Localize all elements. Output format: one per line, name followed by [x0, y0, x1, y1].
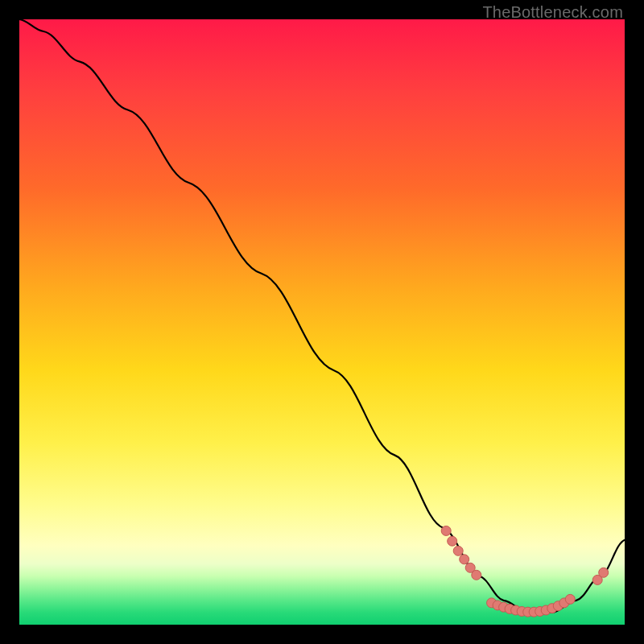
scatter-dot [448, 536, 457, 546]
scatter-dot [565, 594, 575, 604]
scatter-dot [460, 555, 469, 564]
plot-area [19, 19, 625, 625]
scatter-dot [453, 546, 463, 555]
scatter-points [441, 526, 609, 617]
scatter-dot [441, 526, 451, 535]
chart-overlay [19, 19, 625, 625]
scatter-dot [599, 568, 609, 577]
scatter-dot [472, 570, 481, 580]
curve-line [19, 19, 625, 613]
chart-frame: TheBottleneck.com [0, 0, 644, 644]
